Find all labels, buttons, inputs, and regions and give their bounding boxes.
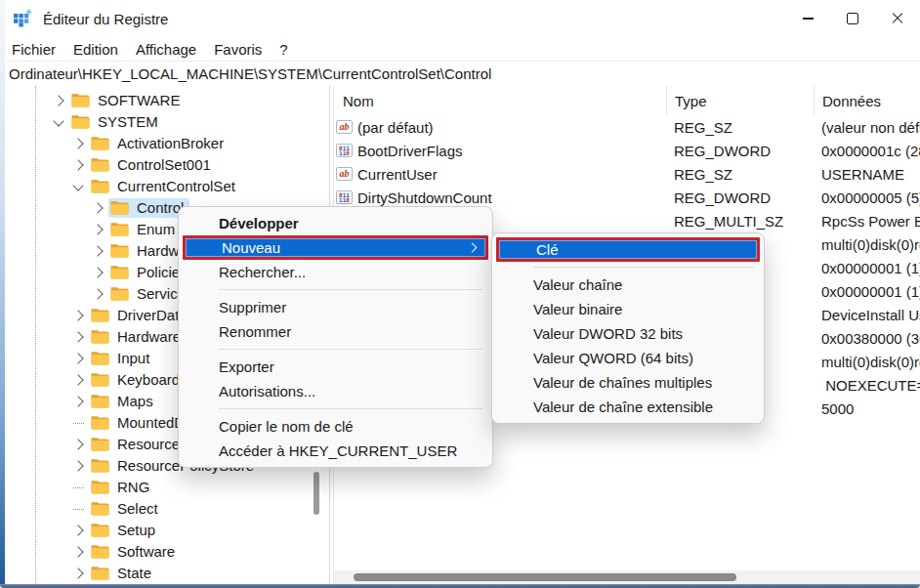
tree-item[interactable]: State <box>0 563 329 584</box>
tree-item-label: ControlSet001 <box>117 156 211 173</box>
address-input[interactable] <box>0 65 920 82</box>
chevron-right-icon[interactable] <box>67 326 89 348</box>
tree-vertical-scrollbar-thumb[interactable] <box>314 472 319 515</box>
chevron-right-icon[interactable] <box>87 262 108 283</box>
menubar-item[interactable]: Favoris <box>205 39 271 60</box>
tree-item[interactable]: Setup <box>0 520 329 541</box>
menu-item[interactable]: Développer <box>179 211 492 235</box>
tree-node[interactable]: Input <box>89 349 155 368</box>
value-data: RpcSs Power Bro <box>814 213 920 230</box>
tree-item[interactable]: RNG <box>0 477 329 498</box>
menu-item[interactable]: Valeur DWORD 32 bits <box>492 321 764 346</box>
tree-item[interactable]: CurrentControlSet <box>0 176 329 197</box>
chevron-right-icon[interactable] <box>67 434 89 455</box>
chevron-right-icon[interactable] <box>87 283 108 305</box>
tree-item[interactable]: ControlSet001 <box>0 154 329 176</box>
tree-item[interactable]: SYSTEM <box>0 111 329 133</box>
window-controls <box>785 0 920 37</box>
tree-item[interactable]: SOFTWARE <box>0 90 329 111</box>
value-row[interactable]: abCurrentUserREG_SZUSERNAME <box>334 162 920 186</box>
column-header-donnees[interactable]: Données <box>814 86 920 115</box>
folder-icon <box>91 394 109 408</box>
chevron-right-icon[interactable] <box>87 197 108 219</box>
value-data: NOEXECUTE=OPTIN <box>814 377 920 394</box>
menu-item[interactable]: Valeur binaire <box>492 297 764 321</box>
chevron-right-icon[interactable] <box>67 348 89 369</box>
menu-item-highlighted[interactable]: Clé <box>496 237 760 262</box>
close-button[interactable] <box>875 0 920 37</box>
menu-item[interactable]: Exporter <box>179 355 492 379</box>
menu-item[interactable]: Renommer <box>179 319 492 344</box>
submenu-arrow-icon <box>468 243 478 253</box>
menu-item-highlighted[interactable]: Nouveau <box>183 235 488 260</box>
tree-item[interactable]: Software <box>0 541 329 563</box>
menu-item[interactable]: Copier le nom de clé <box>179 414 492 439</box>
value-data: USERNAME <box>814 166 920 183</box>
tree-node[interactable]: Maps <box>89 392 159 411</box>
folder-icon <box>91 566 109 580</box>
menubar-item[interactable]: Fichier <box>3 39 64 60</box>
chevron-right-icon[interactable] <box>67 455 89 477</box>
menu-item[interactable]: Valeur QWORD (64 bits) <box>492 346 764 370</box>
chevron-right-icon[interactable] <box>87 219 108 240</box>
chevron-right-icon[interactable] <box>67 520 89 541</box>
menu-item[interactable]: Valeur de chaîne extensible <box>492 395 764 419</box>
chevron-right-icon[interactable] <box>87 240 108 262</box>
tree-node[interactable]: Software <box>89 542 181 562</box>
tree-node[interactable]: ControlSet001 <box>89 155 217 175</box>
column-header-type[interactable]: Type <box>666 86 814 115</box>
tree-item[interactable]: Select <box>0 498 329 520</box>
tree-node[interactable]: Enum <box>108 220 181 239</box>
chevron-right-icon[interactable] <box>67 541 89 563</box>
folder-icon <box>91 329 109 344</box>
tree-node[interactable]: State <box>89 564 157 583</box>
tree-node[interactable]: RNG <box>89 478 155 497</box>
menu-separator <box>219 289 482 290</box>
chevron-right-icon[interactable] <box>67 563 89 584</box>
column-header-nom[interactable]: Nom <box>334 86 666 115</box>
menu-separator <box>219 349 482 350</box>
chevron-right-icon[interactable] <box>67 391 89 412</box>
chevron-down-icon[interactable] <box>67 176 89 197</box>
menu-item[interactable]: Accéder à HKEY_CURRENT_USER <box>179 439 492 463</box>
menu-item[interactable]: Valeur chaîne <box>492 273 764 297</box>
menubar-item[interactable]: Affichage <box>127 39 205 60</box>
minimize-button[interactable] <box>785 0 830 37</box>
menu-item[interactable]: Supprimer <box>179 295 492 319</box>
value-data: 0x00380000 (3670016) <box>814 330 920 347</box>
tree-node[interactable]: SOFTWARE <box>69 91 186 110</box>
menu-item[interactable]: Valeur de chaînes multiples <box>492 370 764 395</box>
chevron-down-icon[interactable] <box>48 111 69 133</box>
registry-editor-app-icon <box>13 9 33 28</box>
menubar-item[interactable]: Edition <box>64 39 127 60</box>
menu-item[interactable]: Rechercher... <box>179 260 492 284</box>
close-icon <box>891 12 904 25</box>
chevron-right-icon[interactable] <box>48 90 69 111</box>
menu-item-label: Valeur de chaînes multiples <box>533 374 712 391</box>
value-type: REG_DWORD <box>666 189 814 206</box>
folder-icon <box>110 286 129 301</box>
folder-icon <box>91 415 109 430</box>
value-name: DirtyShutdownCount <box>357 189 492 206</box>
maximize-button[interactable] <box>830 0 875 37</box>
chevron-right-icon[interactable] <box>67 133 89 154</box>
reg-dword-icon: 011110 <box>336 190 353 204</box>
tree-node[interactable]: ActivationBroker <box>89 134 230 153</box>
horizontal-scrollbar-thumb[interactable] <box>354 573 736 581</box>
tree-node[interactable]: Select <box>89 499 164 519</box>
chevron-right-icon[interactable] <box>67 369 89 391</box>
chevron-right-icon[interactable] <box>67 305 89 326</box>
tree-node[interactable]: SYSTEM <box>69 112 164 132</box>
menubar-item[interactable]: ? <box>271 39 296 60</box>
value-row[interactable]: ab(par défaut)REG_SZ(valeur non définie) <box>334 115 920 139</box>
tree-node[interactable]: CurrentControlSet <box>89 177 241 196</box>
tree-item-label: Maps <box>117 393 153 409</box>
tree-node[interactable]: Setup <box>89 521 161 540</box>
value-row[interactable]: 011110BootDriverFlagsREG_DWORD0x0000001c… <box>334 139 920 162</box>
menu-item[interactable]: Autorisations... <box>179 379 492 403</box>
tree-item-label: CurrentControlSet <box>117 178 235 194</box>
chevron-right-icon[interactable] <box>67 154 89 176</box>
leaf-stub <box>67 477 89 498</box>
tree-item[interactable]: ActivationBroker <box>0 133 329 154</box>
tree-node[interactable]: Keyboard <box>89 370 186 390</box>
